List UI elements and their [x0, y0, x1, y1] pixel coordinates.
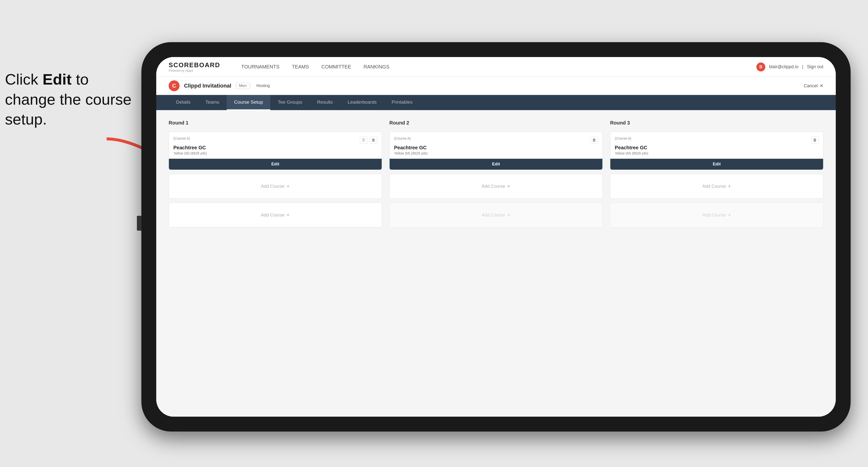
round-1-add-course-1-label: Add Course — [261, 184, 284, 189]
instruction-text: Click Edit to change the course setup. — [5, 69, 134, 129]
tab-course-setup[interactable]: Course Setup — [227, 95, 270, 110]
round-1-add-course-2-label: Add Course — [261, 213, 284, 218]
round-2-column: Round 2 (Course A) 🗑 Peachtree GC Yellow… — [390, 120, 602, 227]
sub-tabs: Details Teams Course Setup Tee Groups Re… — [156, 95, 836, 110]
tab-results[interactable]: Results — [310, 95, 340, 110]
gender-badge: Men — [236, 83, 250, 89]
round-3-delete-btn[interactable]: 🗑 — [811, 136, 819, 144]
round-1-course-details: Yellow (M) (6629 yds) — [173, 151, 377, 155]
round-2-delete-btn[interactable]: 🗑 — [590, 136, 598, 144]
nav-committee[interactable]: COMMITTEE — [320, 64, 352, 70]
tablet-side-button — [137, 216, 142, 231]
tablet-screen: SCOREBOARD Powered by clippd TOURNAMENTS… — [156, 57, 836, 417]
tournament-info: C Clippd Invitational Men Hosting — [168, 80, 270, 91]
round-2-title: Round 2 — [390, 120, 602, 126]
cancel-icon: ✕ — [819, 83, 824, 89]
user-area: B blair@clippd.io | Sign out — [756, 62, 824, 71]
round-1-course-card: (Course A) ⠿ 🗑 Peachtree GC Yellow (M) (… — [168, 132, 382, 170]
round-3-course-card-header: (Course A) 🗑 — [615, 136, 819, 144]
round-1-edit-button[interactable]: Edit — [169, 159, 382, 169]
round-3-course-details: Yellow (M) (6629 yds) — [615, 151, 819, 155]
course-card-header: (Course A) ⠿ 🗑 — [173, 136, 377, 144]
round-3-add-course-1-label: Add Course — [702, 184, 726, 189]
round-3-add-plus-1: + — [728, 183, 731, 189]
nav-links: TOURNAMENTS TEAMS COMMITTEE RANKINGS — [240, 64, 744, 70]
sign-out-link[interactable]: Sign out — [807, 64, 824, 69]
course-actions: ⠿ 🗑 — [360, 136, 377, 144]
round-1-add-plus-2: + — [286, 212, 290, 218]
round-2-add-course-1[interactable]: Add Course + — [390, 174, 602, 199]
round-1-title: Round 1 — [168, 120, 382, 126]
logo-subtext: Powered by clippd — [168, 69, 220, 72]
round-1-add-course-2[interactable]: Add Course + — [168, 203, 382, 227]
round-2-add-plus-2: + — [507, 212, 510, 218]
round-1-column: Round 1 (Course A) ⠿ 🗑 Peachtree GC Yell… — [168, 120, 382, 227]
round-2-course-card: (Course A) 🗑 Peachtree GC Yellow (M) (66… — [390, 132, 602, 170]
app-content: SCOREBOARD Powered by clippd TOURNAMENTS… — [156, 57, 836, 417]
round-2-course-name: Peachtree GC — [394, 145, 598, 151]
round-1-drag-btn[interactable]: ⠿ — [360, 136, 367, 144]
round-3-title: Round 3 — [610, 120, 824, 126]
tournament-name: Clippd Invitational — [184, 83, 231, 89]
round-3-edit-button[interactable]: Edit — [610, 159, 823, 169]
round-1-add-plus-1: + — [286, 183, 290, 189]
round-3-add-plus-2: + — [728, 212, 731, 218]
nav-separator: | — [802, 64, 803, 69]
nav-teams[interactable]: TEAMS — [291, 64, 310, 70]
user-email: blair@clippd.io — [769, 64, 798, 69]
instruction-bold: Edit — [43, 71, 72, 88]
tab-teams[interactable]: Teams — [198, 95, 227, 110]
round-3-column: Round 3 (Course A) 🗑 Peachtree GC Yellow… — [610, 120, 824, 227]
nav-rankings[interactable]: RANKINGS — [362, 64, 391, 70]
tournament-bar: C Clippd Invitational Men Hosting Cancel… — [156, 77, 836, 95]
round-3-add-course-1[interactable]: Add Course + — [610, 174, 824, 199]
round-1-add-course-1[interactable]: Add Course + — [168, 174, 382, 199]
round-2-add-plus-1: + — [507, 183, 510, 189]
round-1-course-label: (Course A) — [173, 136, 190, 141]
round-2-add-course-2-label: Add Course — [482, 213, 505, 218]
instruction-line1: Click — [5, 71, 43, 88]
tab-details[interactable]: Details — [168, 95, 198, 110]
tab-printables[interactable]: Printables — [384, 95, 420, 110]
top-navbar: SCOREBOARD Powered by clippd TOURNAMENTS… — [156, 57, 836, 77]
cancel-button[interactable]: Cancel ✕ — [804, 83, 824, 89]
round-2-course-card-header: (Course A) 🗑 — [394, 136, 598, 144]
round-3-course-name: Peachtree GC — [615, 145, 819, 151]
round-1-course-name: Peachtree GC — [173, 145, 377, 151]
round-2-add-course-2: Add Course + — [390, 203, 602, 227]
round-3-course-label: (Course A) — [615, 136, 631, 141]
round-2-add-course-1-label: Add Course — [482, 184, 505, 189]
scoreboard-logo: SCOREBOARD Powered by clippd — [168, 61, 220, 72]
nav-tournaments[interactable]: TOURNAMENTS — [240, 64, 281, 70]
round-2-course-label: (Course A) — [394, 136, 411, 141]
round-2-course-details: Yellow (M) (6629 yds) — [394, 151, 598, 155]
round-2-edit-button[interactable]: Edit — [390, 159, 602, 169]
logo-text: SCOREBOARD — [168, 61, 220, 69]
round-3-add-course-2: Add Course + — [610, 203, 824, 227]
round-1-delete-btn[interactable]: 🗑 — [370, 136, 377, 144]
tab-tee-groups[interactable]: Tee Groups — [270, 95, 310, 110]
user-avatar: B — [756, 62, 765, 71]
hosting-badge: Hosting — [256, 84, 270, 88]
tab-leaderboards[interactable]: Leaderboards — [340, 95, 384, 110]
round-3-course-card: (Course A) 🗑 Peachtree GC Yellow (M) (66… — [610, 132, 824, 170]
rounds-grid: Round 1 (Course A) ⠿ 🗑 Peachtree GC Yell… — [168, 120, 824, 227]
clippd-icon: C — [168, 80, 180, 91]
round-3-add-course-2-label: Add Course — [702, 213, 726, 218]
main-content: Round 1 (Course A) ⠿ 🗑 Peachtree GC Yell… — [156, 110, 836, 417]
tablet-shell: SCOREBOARD Powered by clippd TOURNAMENTS… — [142, 42, 850, 432]
